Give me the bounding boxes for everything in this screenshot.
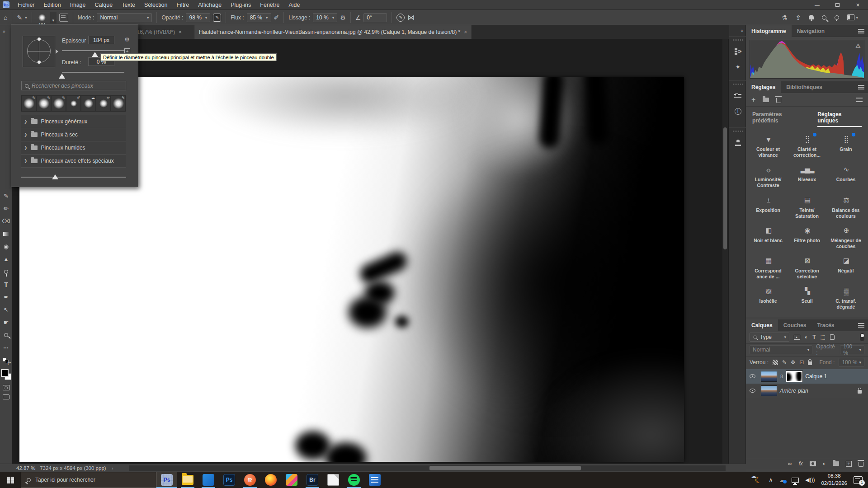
tab-navigation[interactable]: Navigation	[792, 25, 830, 37]
opacity-select[interactable]: 98 %▾	[186, 13, 210, 22]
preview-size-slider[interactable]	[21, 177, 126, 178]
brush-settings-panel-toggle[interactable]	[59, 14, 68, 22]
volume-icon[interactable]: ◀)))	[805, 477, 815, 483]
folder-icon[interactable]	[763, 98, 769, 102]
filter-smart-objects-icon[interactable]	[830, 334, 835, 340]
adjustment-correspondance[interactable]: ▦Correspond ance de ...	[749, 256, 788, 280]
adjustment-exposition[interactable]: ±Exposition	[749, 195, 788, 219]
size-pressure-icon[interactable]: ✎	[396, 14, 405, 22]
link-layers-icon[interactable]: ∞	[788, 460, 792, 467]
lock-all-icon[interactable]	[808, 361, 812, 365]
chevron-down-icon[interactable]: ▾	[25, 15, 27, 20]
layer-name[interactable]: Calque 1	[805, 373, 827, 380]
adjustment-melangeur-de-couches[interactable]: ⊕Mélangeur de couches	[826, 225, 865, 249]
hardness-slider[interactable]	[62, 72, 124, 73]
brush-folder-humides[interactable]: ❯ Pinceaux humides	[21, 141, 126, 155]
add-mask-icon[interactable]	[810, 461, 816, 466]
layer-row-arriere-plan[interactable]: Arrière-plan	[746, 384, 868, 398]
path-select-tool[interactable]: ↖	[1, 305, 11, 314]
beta-flask-icon[interactable]: ⚗	[782, 14, 788, 21]
histogram-warning-icon[interactable]: ⚠	[855, 42, 861, 49]
filter-adjustment-layers-icon[interactable]: ◐	[805, 334, 808, 340]
taskbar-octopus-app[interactable]: ଳ	[240, 472, 260, 488]
subtab-parametres-predefinis[interactable]: Paramètres prédéfinis	[752, 111, 807, 127]
clone-source-panel-icon[interactable]	[733, 138, 743, 147]
search-icon[interactable]	[822, 15, 826, 20]
document-tab-2[interactable]: HautdeFrance-Normandie-honfleur-VieuxBas…	[194, 25, 472, 39]
home-icon[interactable]: ⌂	[4, 14, 7, 21]
layer-thumbnail[interactable]	[761, 385, 777, 396]
start-button[interactable]	[0, 472, 21, 488]
menu-image[interactable]: Image	[66, 0, 90, 10]
adjustment-luminosite-contraste[interactable]: ☼Luminosité/ Contraste	[749, 164, 788, 188]
panel-menu-icon[interactable]	[858, 85, 864, 89]
mixer-brush-tool[interactable]: ✏	[1, 204, 11, 213]
pen-tool[interactable]: ✒	[1, 293, 11, 301]
menu-selection[interactable]: Sélection	[140, 0, 172, 10]
notification-center-icon[interactable]: 1	[854, 476, 863, 484]
brush-thumbnail[interactable]: ✐	[66, 95, 81, 112]
tab-bibliotheques[interactable]: Bibliothèques	[781, 81, 827, 93]
new-adjustment-layer-icon[interactable]: ◐	[823, 460, 826, 467]
preview-size-slider-thumb[interactable]	[52, 174, 58, 179]
close-tab-icon[interactable]: ×	[179, 29, 182, 35]
taskbar-spotify[interactable]	[344, 472, 364, 488]
adjustment-isohelie[interactable]: ▨Isohélie	[749, 286, 788, 310]
brush-search-field[interactable]: Rechercher des pinceaux	[21, 81, 126, 90]
background-lock-icon[interactable]	[858, 390, 862, 394]
visibility-eye-icon[interactable]	[750, 389, 755, 393]
sharpen-tool[interactable]: ▲	[1, 255, 11, 263]
layer-fill-select[interactable]: 100 %▾	[839, 358, 864, 367]
lock-transparency-icon[interactable]	[773, 360, 778, 365]
adjustment-negatif[interactable]: ◪Négatif	[826, 256, 865, 280]
horizontal-scrollbar[interactable]	[129, 465, 726, 471]
minimize-button[interactable]: —	[807, 0, 827, 10]
taskbar-file-explorer[interactable]	[177, 472, 198, 488]
brush-angle-control[interactable]	[23, 36, 55, 67]
subtab-reglages-uniques[interactable]: Réglages uniques	[817, 111, 862, 127]
brush-thumbnail[interactable]: ✎	[51, 95, 66, 112]
gradient-tool[interactable]	[1, 230, 11, 238]
menu-plugins[interactable]: Plug-ins	[226, 0, 255, 10]
adjustment-courbes[interactable]: ∿Courbes	[826, 164, 865, 188]
filter-shape-layers-icon[interactable]: ⬚	[821, 334, 826, 340]
screen-mode-button[interactable]	[3, 394, 9, 399]
list-view-icon[interactable]	[856, 98, 863, 102]
blur-tool[interactable]: ◉	[1, 242, 11, 251]
menu-calque[interactable]: Calque	[90, 0, 118, 10]
blend-mode-select[interactable]: Normal▾	[97, 13, 152, 22]
layer-row-calque-1[interactable]: 8 Calque 1	[746, 369, 868, 384]
adjustment-filtre-photo[interactable]: ◉Filtre photo	[788, 225, 826, 249]
taskbar-photoshop[interactable]: Ps	[219, 472, 240, 488]
airbrush-icon[interactable]: ✐	[274, 14, 279, 21]
hardness-slider-thumb[interactable]	[59, 74, 65, 79]
taskbar-search-field[interactable]: Taper ici pour rechercher	[21, 472, 156, 488]
menu-filtre[interactable]: Filtre	[172, 0, 193, 10]
dock-grip[interactable]	[733, 131, 743, 132]
layer-filter-select[interactable]: Type ▾	[750, 333, 789, 342]
lock-position-icon[interactable]: ✥	[791, 359, 795, 366]
brush-folder-generaux[interactable]: ❯ Pinceaux généraux	[21, 115, 126, 128]
brush-thumbnail[interactable]: ✎	[36, 95, 51, 112]
zoom-tool[interactable]	[1, 331, 11, 339]
display-tray-icon[interactable]	[792, 478, 799, 483]
layer-blend-mode-select[interactable]: Normal▾	[750, 345, 812, 354]
smoothing-select[interactable]: 10 %▾	[313, 13, 337, 22]
menu-aide[interactable]: Aide	[284, 0, 304, 10]
layer-thumbnail[interactable]	[761, 371, 777, 382]
brush-folder-a-sec[interactable]: ❯ Pinceaux à sec	[21, 128, 126, 141]
brush-folder-effets-speciaux[interactable]: ❯ Pinceaux avec effets spéciaux	[21, 155, 126, 168]
add-adjustment-icon[interactable]: +	[751, 96, 755, 104]
foreground-background-swatches[interactable]	[1, 369, 12, 381]
size-slider-thumb[interactable]	[92, 52, 98, 57]
tray-chevron-icon[interactable]: ∧	[769, 477, 773, 483]
menu-edition[interactable]: Edition	[39, 0, 66, 10]
tab-calques[interactable]: Calques	[746, 319, 778, 331]
new-group-icon[interactable]	[833, 461, 839, 466]
restore-button[interactable]	[827, 0, 848, 10]
taskbar-bridge[interactable]: Br	[302, 472, 323, 488]
flow-select[interactable]: 85 %▾	[247, 13, 271, 22]
close-tab-icon[interactable]: ×	[464, 29, 467, 35]
panel-menu-icon[interactable]	[858, 323, 864, 328]
adjustment-correction-selective[interactable]: ⊠Correction sélective	[788, 256, 826, 280]
